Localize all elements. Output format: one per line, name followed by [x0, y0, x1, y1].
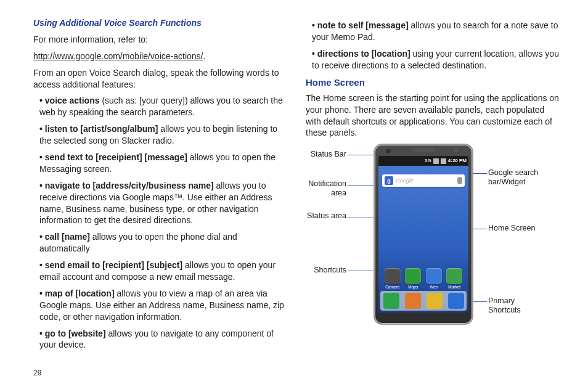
- app-shortcut-web: Web: [426, 268, 442, 290]
- list-item: note to self [message] allows you to sea…: [312, 20, 560, 43]
- sensor-icon: [454, 149, 459, 152]
- speaker-icon: [412, 149, 435, 152]
- list-item: voice actions (such as: [your query]) al…: [39, 95, 287, 118]
- home-screen-diagram: Status Bar Notification area Status area…: [306, 144, 546, 329]
- list-item: navigate to [address/city/business name]…: [39, 180, 287, 227]
- heading-home-screen: Home Screen: [306, 76, 560, 89]
- list-item: call [name] allows you to open the phone…: [39, 231, 287, 255]
- link-line: http://www.google.com/mobile/voice-actio…: [33, 51, 287, 62]
- list-item: send text to [receipient] [message] allo…: [39, 152, 287, 175]
- microphone-icon: [457, 177, 462, 184]
- contacts-icon: [405, 293, 421, 309]
- phone-statusbar: 3G 4:20 PM: [378, 156, 468, 166]
- intro-text: For more information, refer to:: [33, 34, 287, 46]
- primary-shortcut-row: [380, 291, 467, 311]
- phone-device: 3G 4:20 PM g Google Camera: [374, 144, 473, 325]
- instruction-text: From an open Voice Search dialog, speak …: [33, 67, 287, 91]
- home-screen-body: The Home screen is the starting point fo…: [306, 92, 560, 139]
- maps-app-icon: [405, 268, 421, 284]
- label-notification-area: Notification area: [306, 179, 346, 198]
- market-app-icon: [446, 268, 462, 284]
- list-item: directions to [location] using your curr…: [312, 48, 560, 71]
- label-status-bar: Status Bar: [306, 150, 346, 159]
- list-item: map of [location] allows you to view a m…: [39, 288, 287, 323]
- phone-screen: 3G 4:20 PM g Google Camera: [378, 156, 468, 312]
- list-item: listen to [artist/song/album] allows you…: [39, 123, 287, 147]
- label-search-widget: Google search bar/Widget: [488, 168, 546, 187]
- voice-commands-list: voice actions (such as: [your query]) al…: [33, 95, 287, 351]
- app-shortcut-market: Market: [446, 268, 462, 290]
- web-app-icon: [426, 268, 442, 284]
- page-number: 29: [0, 369, 588, 377]
- phone-icon: [383, 293, 399, 309]
- battery-icon: [441, 158, 446, 164]
- label-home-screen: Home Screen: [488, 224, 546, 233]
- messaging-icon: [427, 293, 443, 309]
- right-column: note to self [message] allows you to sea…: [306, 17, 560, 362]
- voice-actions-link[interactable]: http://www.google.com/mobile/voice-actio…: [33, 51, 203, 61]
- search-placeholder: Google: [396, 176, 455, 185]
- camera-app-icon: [385, 268, 401, 284]
- label-primary-shortcuts: Primary Shortcuts: [488, 296, 546, 315]
- network-indicator: 3G: [425, 158, 431, 165]
- left-column: Using Additional Voice Search Functions …: [33, 17, 287, 362]
- shortcut-row: Camera Maps Web Market: [382, 268, 465, 290]
- apps-grid-icon: [448, 293, 464, 309]
- voice-commands-list-continued: note to self [message] allows you to sea…: [306, 20, 560, 71]
- label-shortcuts: Shortcuts: [306, 266, 346, 275]
- google-g-icon: g: [385, 176, 393, 185]
- camera-dot-icon: [386, 149, 391, 153]
- app-shortcut-maps: Maps: [405, 268, 421, 290]
- app-shortcut-camera: Camera: [385, 268, 401, 290]
- google-search-bar: g Google: [382, 174, 465, 187]
- list-item: send email to [recipient] [subject] allo…: [39, 259, 287, 283]
- list-item: go to [website] allows you to navigate t…: [39, 328, 287, 351]
- status-time: 4:20 PM: [448, 158, 467, 165]
- heading-voice-search: Using Additional Voice Search Functions: [33, 17, 287, 29]
- label-status-area: Status area: [306, 211, 346, 221]
- signal-icon: [433, 158, 439, 164]
